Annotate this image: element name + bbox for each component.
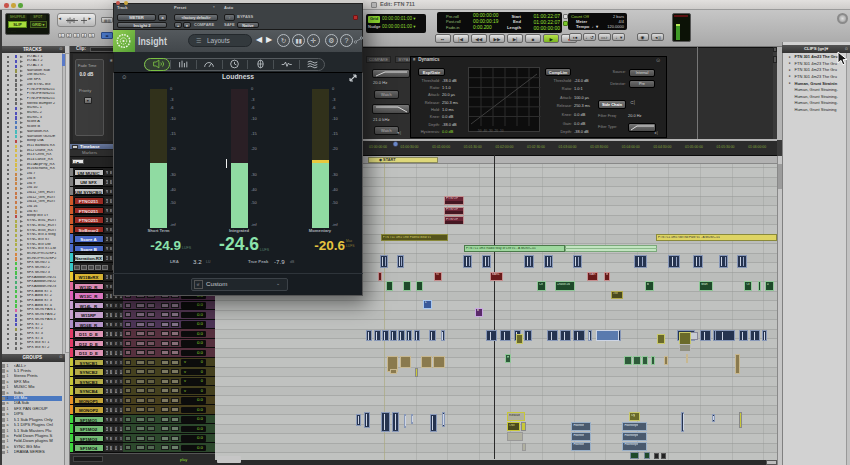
svg-text:-50 -40 -30 -20 -10: -50 -40 -30 -20 -10: [477, 129, 504, 133]
